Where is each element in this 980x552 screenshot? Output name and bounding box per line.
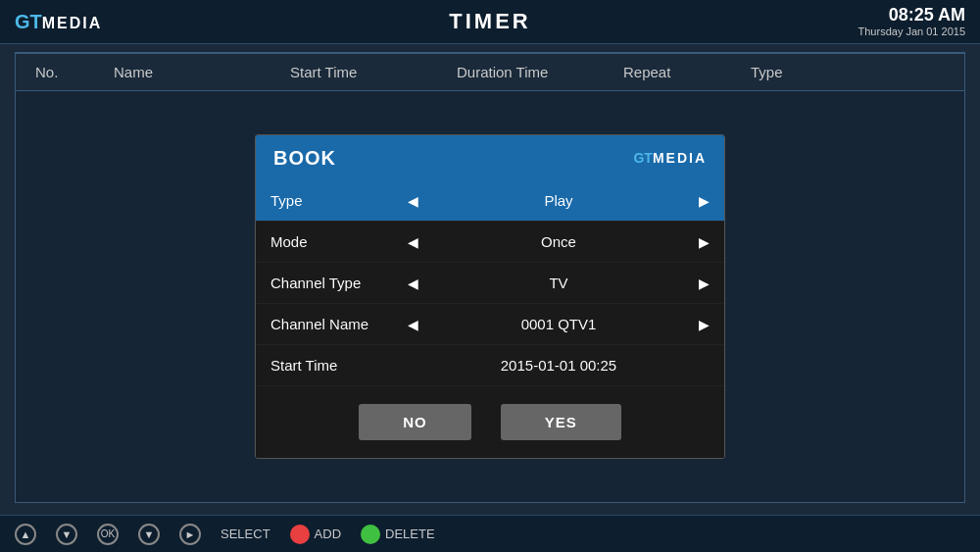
dialog-buttons: NO YES: [256, 386, 724, 458]
row-value-channel-name: 0001 QTV1: [426, 316, 691, 332]
page-title: TIMER: [449, 9, 530, 34]
row-label-type: Type: [270, 192, 408, 209]
dialog-logo: GTMEDIA: [633, 150, 707, 166]
red-dot-icon: [290, 525, 310, 544]
mode-arrow-right[interactable]: ▶: [699, 234, 710, 250]
nav-up-icon[interactable]: ▲: [15, 524, 36, 545]
dialog-row-mode: Mode ◀ Once ▶: [256, 222, 724, 263]
table-header: No. Name Start Time Duration Time Repeat…: [15, 52, 965, 91]
footer: ▲ ▼ OK ▼ ► SELECT ADD DELETE: [0, 515, 980, 552]
channel-type-arrow-left[interactable]: ◀: [408, 276, 418, 291]
delete-control: DELETE: [361, 525, 435, 544]
row-value-type: Play: [426, 192, 691, 209]
row-value-start-time: 2015-01-01 00:25: [408, 357, 710, 374]
nav-ok-control: OK: [97, 524, 119, 545]
nav-ok-icon[interactable]: OK: [97, 524, 119, 545]
dialog-logo-gt: GT: [633, 150, 652, 166]
add-label: ADD: [315, 527, 341, 541]
select-label: SELECT: [220, 527, 270, 541]
row-label-mode: Mode: [270, 233, 408, 250]
col-no: No.: [35, 64, 114, 80]
row-label-start-time: Start Time: [270, 357, 408, 374]
type-arrow-right[interactable]: ▶: [699, 193, 710, 209]
dialog-row-channel-name: Channel Name ◀ 0001 QTV1 ▶: [256, 304, 724, 345]
nav-down2-control: ▼: [138, 524, 160, 545]
nav-up-control: ▲: [15, 524, 36, 545]
nav-down-control: ▼: [56, 524, 77, 545]
header: GTMEDIA TIMER 08:25 AM Thursday Jan 01 2…: [0, 0, 980, 44]
col-duration-time: Duration Time: [457, 64, 623, 80]
col-start-time: Start Time: [290, 64, 457, 80]
channel-name-arrow-left[interactable]: ◀: [408, 317, 418, 332]
nav-down-icon[interactable]: ▼: [56, 524, 77, 545]
col-name: Name: [114, 64, 290, 80]
dialog-logo-media: MEDIA: [653, 150, 707, 166]
channel-type-arrow-right[interactable]: ▶: [699, 276, 710, 291]
main-area: BOOK GTMEDIA Type ◀ Play ▶ Mode ◀ Once ▶…: [15, 91, 965, 503]
nav-right-icon[interactable]: ►: [179, 524, 201, 545]
col-type: Type: [751, 64, 945, 80]
dialog-row-start-time: Start Time 2015-01-01 00:25: [256, 345, 724, 386]
mode-arrow-left[interactable]: ◀: [408, 234, 418, 250]
logo-gt: GT: [15, 11, 42, 32]
col-repeat: Repeat: [623, 64, 751, 80]
dialog-header: BOOK GTMEDIA: [256, 135, 724, 180]
row-value-channel-type: TV: [426, 275, 691, 291]
type-arrow-left[interactable]: ◀: [408, 193, 418, 209]
row-value-mode: Once: [426, 233, 691, 250]
clock-area: 08:25 AM Thursday Jan 01 2015: [858, 5, 965, 37]
nav-right-control: ►: [179, 524, 201, 545]
dialog-row-type: Type ◀ Play ▶: [256, 180, 724, 222]
delete-label: DELETE: [385, 527, 435, 541]
logo: GTMEDIA: [15, 11, 102, 33]
dialog-title: BOOK: [273, 147, 336, 170]
add-control: ADD: [290, 525, 341, 544]
green-dot-icon: [361, 525, 380, 544]
yes-button[interactable]: YES: [501, 404, 621, 440]
dialog-book: BOOK GTMEDIA Type ◀ Play ▶ Mode ◀ Once ▶…: [255, 134, 725, 459]
dialog-row-channel-type: Channel Type ◀ TV ▶: [256, 263, 724, 304]
clock-date: Thursday Jan 01 2015: [858, 25, 965, 37]
no-button[interactable]: NO: [359, 404, 471, 440]
channel-name-arrow-right[interactable]: ▶: [699, 317, 710, 332]
nav-down2-icon[interactable]: ▼: [138, 524, 160, 545]
select-control: SELECT: [220, 527, 270, 541]
logo-media: MEDIA: [42, 15, 103, 31]
row-label-channel-type: Channel Type: [270, 275, 408, 291]
clock-time: 08:25 AM: [858, 5, 965, 25]
row-label-channel-name: Channel Name: [270, 316, 408, 332]
